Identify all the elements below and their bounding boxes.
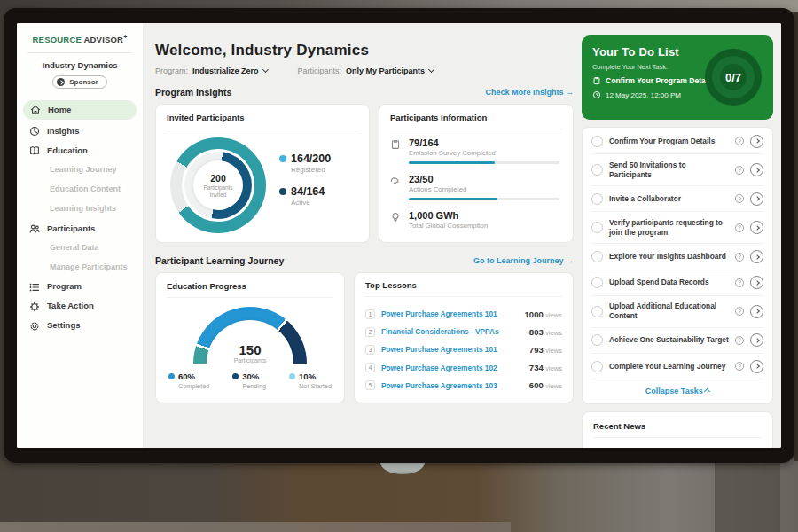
help-icon[interactable]: ? — [735, 166, 744, 175]
chevron-right-icon[interactable] — [750, 360, 763, 373]
clock-icon — [592, 90, 601, 99]
todo-item[interactable]: Invite a Collaborator ? — [591, 186, 763, 212]
sidebar-item-program[interactable]: Program — [17, 278, 143, 297]
donut-center-value: 200 — [210, 173, 226, 184]
sponsor-badge[interactable]: Sponsor — [52, 75, 106, 89]
lesson-link[interactable]: Power Purchase Agreements 101 — [381, 345, 523, 354]
sidebar-item-settings[interactable]: Settings — [17, 317, 143, 336]
todo-checkbox[interactable] — [591, 277, 603, 288]
learning-cards-row: Education Progress 150 Participants 60% — [155, 272, 574, 403]
insights-icon — [29, 126, 40, 137]
emission-survey-row: 79/164 Emission Survey Completed — [390, 137, 562, 164]
chevron-right-icon[interactable] — [750, 305, 763, 318]
todo-item[interactable]: Complete Your Learning Journey ? — [591, 354, 763, 379]
legend-dot — [289, 373, 295, 379]
rank-badge: 5 — [365, 380, 375, 390]
sidebar-item-education[interactable]: Education — [17, 141, 143, 160]
todo-item[interactable]: Confirm Your Program Details ? — [591, 129, 763, 154]
sidebar-item-take-action[interactable]: Take Action — [17, 297, 143, 317]
todo-checkbox[interactable] — [591, 361, 603, 372]
lesson-link[interactable]: Financial Considerations - VPPAs — [381, 327, 523, 336]
todo-item[interactable]: Upload Additional Educational Content ? — [591, 296, 763, 328]
help-icon[interactable]: ? — [735, 194, 744, 203]
legend-dot — [279, 155, 286, 162]
help-icon[interactable]: ? — [735, 278, 744, 287]
center-column: Welcome, Industry Dynamics Program: Indu… — [155, 32, 574, 448]
todo-progress-value: 0/7 — [725, 71, 741, 84]
sidebar-item-learning-journey[interactable]: Learning Journey — [17, 160, 143, 180]
sidebar-menu: Home Insights Education Learning Journey… — [17, 100, 143, 335]
sidebar-item-general-data[interactable]: General Data — [17, 239, 143, 258]
todo-checkbox[interactable] — [591, 193, 603, 205]
take-action-icon — [29, 301, 40, 312]
help-icon[interactable]: ? — [735, 307, 744, 316]
go-to-learning-journey-link[interactable]: Go to Learning Journey → — [473, 256, 574, 265]
help-icon[interactable]: ? — [735, 336, 744, 345]
invited-donut-chart: 200 Participants Invited — [170, 137, 266, 233]
chevron-right-icon[interactable] — [750, 221, 763, 234]
actions-icon — [390, 176, 401, 186]
brand-part2: ADVISOR+ — [83, 35, 127, 44]
todo-item[interactable]: Send 50 Invitations to Participants ? — [591, 154, 763, 186]
lesson-link[interactable]: Power Purchase Agreements 102 — [381, 364, 523, 372]
sidebar-item-participants[interactable]: Participants — [17, 219, 143, 239]
todo-checkbox[interactable] — [591, 306, 603, 317]
chevron-right-icon[interactable] — [750, 250, 763, 263]
arrow-right-icon: → — [566, 88, 574, 97]
dashboard-screen: RESOURCE ADVISOR+ Industry Dynamics Spon… — [17, 23, 781, 448]
recent-news-title: Recent News — [593, 421, 762, 438]
progress-fill — [409, 161, 495, 164]
todo-checkbox[interactable] — [591, 251, 603, 262]
chevron-right-icon[interactable] — [750, 276, 763, 289]
help-icon[interactable]: ? — [735, 362, 744, 371]
main-content: Welcome, Industry Dynamics Program: Indu… — [144, 23, 781, 448]
chevron-right-icon[interactable] — [750, 192, 763, 206]
legend-not-started: 10% Not Started — [289, 372, 332, 390]
gauge-center-label: Participants — [193, 357, 307, 364]
sidebar-item-insights[interactable]: Insights — [17, 121, 143, 141]
program-filter[interactable]: Program: Industrialize Zero — [155, 66, 268, 75]
lesson-row: 3 Power Purchase Agreements 101 793 view… — [365, 340, 562, 358]
participants-filter[interactable]: Participants: Only My Participants — [298, 66, 434, 75]
progress-track — [409, 198, 559, 200]
sidebar-item-manage-participants[interactable]: Manage Participants — [17, 258, 143, 278]
todo-checkbox[interactable] — [591, 136, 603, 147]
card-title: Invited Participants — [167, 113, 358, 129]
collapse-tasks-link[interactable]: Collapse Tasks — [591, 379, 763, 400]
donut-legend: 164/200 Registered 84/164 Active — [279, 153, 331, 218]
todo-checkbox[interactable] — [591, 334, 603, 346]
chevron-right-icon[interactable] — [750, 333, 763, 347]
page-title: Welcome, Industry Dynamics — [155, 42, 574, 59]
help-icon[interactable]: ? — [735, 253, 744, 262]
invited-participants-card: Invited Participants 200 Participants In… — [155, 104, 370, 243]
todo-item[interactable]: Upload Spend Data Records ? — [591, 270, 763, 296]
lesson-link[interactable]: Power Purchase Agreements 103 — [381, 381, 523, 390]
todo-item[interactable]: Achieve One Sustainability Target ? — [591, 328, 763, 354]
education-gauge-chart: 150 Participants — [193, 307, 307, 364]
rank-badge: 3 — [365, 345, 375, 355]
check-more-insights-link[interactable]: Check More Insights → — [485, 88, 574, 97]
participants-information-card: Participants Information 79/164 Emission… — [379, 104, 574, 243]
todo-item[interactable]: Verify participants requesting to join t… — [591, 212, 763, 244]
sidebar-item-education-content[interactable]: Education Content — [17, 180, 143, 200]
help-icon[interactable]: ? — [735, 223, 744, 232]
chevron-right-icon[interactable] — [750, 163, 763, 176]
section-title: Program Insights — [155, 87, 231, 98]
chevron-right-icon[interactable] — [750, 135, 763, 148]
progress-fill — [409, 198, 497, 200]
gauge-center-value: 150 — [193, 342, 307, 357]
home-icon — [30, 105, 41, 115]
card-title: Participants Information — [390, 113, 562, 129]
progress-track — [409, 161, 559, 164]
todo-item[interactable]: Explore Your Insights Dashboard ? — [591, 244, 763, 270]
lesson-link[interactable]: Power Purchase Agreements 101 — [381, 309, 519, 318]
todo-checkbox[interactable] — [591, 222, 603, 233]
help-icon[interactable]: ? — [735, 137, 744, 145]
todo-checkbox[interactable] — [591, 164, 603, 176]
sponsor-label: Sponsor — [69, 78, 98, 86]
todo-column: Your To Do List Complete Your Next Task:… — [582, 32, 773, 448]
arrow-right-icon: → — [566, 256, 574, 265]
sidebar-item-home[interactable]: Home — [23, 100, 137, 120]
sidebar-item-learning-insights[interactable]: Learning Insights — [17, 200, 143, 219]
background-shadow-bar — [715, 459, 780, 532]
